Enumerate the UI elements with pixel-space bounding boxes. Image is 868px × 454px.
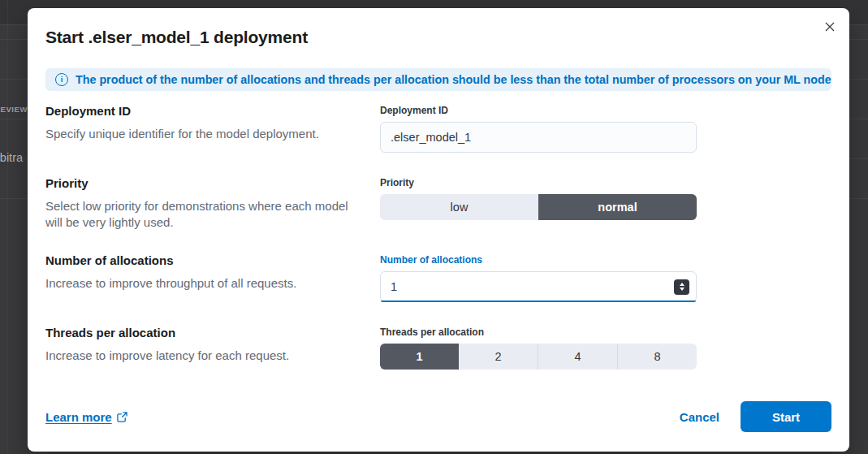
modal-title: Start .elser_model_1 deployment xyxy=(45,27,831,47)
learn-more-link[interactable]: Learn more xyxy=(45,410,127,424)
start-deployment-modal: Start .elser_model_1 deployment i The pr… xyxy=(28,8,849,452)
threads-option-2[interactable]: 2 xyxy=(459,344,538,370)
info-icon: i xyxy=(55,73,68,86)
stepper-down-icon[interactable] xyxy=(680,288,684,291)
priority-heading: Priority xyxy=(45,175,356,191)
deployment-form: Deployment ID Specify unique identifier … xyxy=(45,103,831,370)
start-button[interactable]: Start xyxy=(741,401,831,432)
allocations-description: Increase to improve throughput of all re… xyxy=(45,275,356,292)
close-icon xyxy=(824,21,836,32)
threads-option-8[interactable]: 8 xyxy=(617,344,697,370)
priority-option-normal[interactable]: normal xyxy=(538,194,697,220)
form-row-priority: Priority Select low priority for demonst… xyxy=(45,175,831,230)
background-cell-text: rbitra xyxy=(0,151,23,164)
learn-more-label: Learn more xyxy=(45,410,112,424)
modal-footer: Learn more Cancel Start xyxy=(45,401,831,452)
form-row-allocations: Number of allocations Increase to improv… xyxy=(45,253,831,302)
threads-option-1[interactable]: 1 xyxy=(380,344,459,370)
threads-option-4[interactable]: 4 xyxy=(538,344,617,370)
deployment-id-label: Deployment ID xyxy=(380,105,697,117)
close-button[interactable] xyxy=(820,17,840,37)
priority-option-low[interactable]: low xyxy=(380,194,538,220)
allocations-field xyxy=(380,271,697,302)
external-link-icon xyxy=(117,412,127,422)
callout-text: The product of the number of allocations… xyxy=(76,73,831,86)
info-callout: i The product of the number of allocatio… xyxy=(45,68,831,91)
priority-description: Select low priority for demonstrations w… xyxy=(45,198,356,230)
form-row-deployment-id: Deployment ID Specify unique identifier … xyxy=(45,103,831,153)
form-row-threads: Threads per allocation Increase to impro… xyxy=(45,325,831,370)
priority-button-group: low normal xyxy=(380,194,697,220)
deployment-id-input[interactable] xyxy=(380,122,697,153)
quantity-stepper[interactable] xyxy=(674,279,689,295)
allocations-input[interactable] xyxy=(380,271,697,302)
threads-heading: Threads per allocation xyxy=(45,325,356,340)
background-column-header: REVIEW xyxy=(0,105,28,114)
allocations-heading: Number of allocations xyxy=(45,253,356,268)
background-divider xyxy=(7,0,8,454)
priority-label: Priority xyxy=(380,177,697,189)
deployment-id-heading: Deployment ID xyxy=(45,103,356,119)
threads-label: Threads per allocation xyxy=(380,326,697,339)
threads-button-group: 1 2 4 8 xyxy=(380,344,697,370)
stepper-up-icon[interactable] xyxy=(680,283,684,286)
deployment-id-description: Specify unique identifier for the model … xyxy=(45,126,356,142)
threads-description: Increase to improve latency for each req… xyxy=(45,348,356,364)
cancel-button[interactable]: Cancel xyxy=(680,410,719,424)
allocations-label: Number of allocations xyxy=(380,254,697,266)
